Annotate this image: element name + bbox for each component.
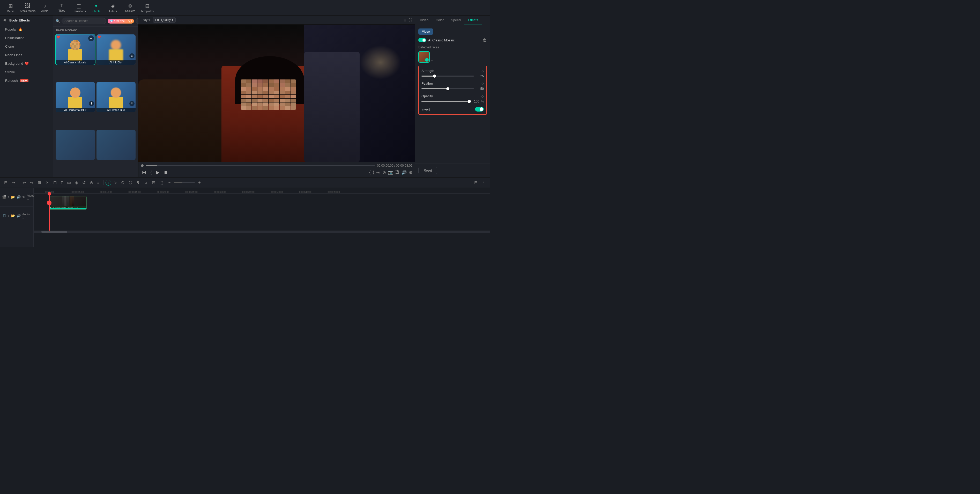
camera-icon[interactable]: 📷 [388, 170, 393, 175]
audio-vol-icon[interactable]: 🔊 [17, 214, 21, 218]
quality-select[interactable]: Full Quality ▾ [153, 17, 176, 23]
toolbar-titles[interactable]: T Titles [54, 1, 70, 14]
composite-button[interactable]: ◈ [73, 179, 80, 186]
feather-track[interactable] [422, 88, 474, 89]
sidebar-item-neon-lines[interactable]: Neon Lines [0, 51, 53, 59]
toolbar-templates[interactable]: ⊟ Templates [139, 1, 155, 14]
effect-card-ai-classic-mosaic[interactable]: ❤️ + [56, 34, 95, 65]
download-horizontal-blur-icon[interactable]: ⬇ [89, 101, 94, 106]
download-ink-blur-icon[interactable]: ⬇ [129, 53, 135, 59]
snapshot-icon[interactable]: 🖼 [395, 170, 399, 175]
effect-card-ai-ink-blur[interactable]: ❤️ ⬇ AI Ink Blur [97, 34, 136, 65]
face-expand-icon[interactable]: ▾ [431, 59, 433, 62]
invert-toggle[interactable] [475, 107, 484, 112]
playback-clip-button[interactable]: ⊙ [119, 179, 126, 186]
sidebar-item-retouch[interactable]: Retouch NEW! [0, 76, 53, 85]
mark-in-icon[interactable]: { [369, 170, 371, 175]
playhead[interactable] [49, 194, 50, 212]
effect-delete-button[interactable]: 🗑 [483, 38, 487, 43]
ripple-icon[interactable]: ⇥ [376, 170, 380, 175]
playback-loop-button[interactable]: ○ [105, 180, 111, 186]
zoom-slider[interactable] [174, 182, 195, 183]
shield-button[interactable]: ⬡ [127, 179, 134, 186]
face-thumbnail-1[interactable]: ✓ [418, 51, 430, 63]
more-tools-button[interactable]: » [96, 180, 101, 186]
timeline-tracks[interactable]: 00:00:00 00:00:05:00 00:00:10:00 00:00:1… [33, 188, 490, 247]
progress-track[interactable] [146, 165, 375, 166]
frame-back-button[interactable]: ⟨ [149, 169, 153, 175]
plus-zoom-button[interactable]: ＋ [196, 179, 203, 186]
sidebar-item-popular[interactable]: Popular 🔥 [0, 25, 53, 33]
grid-options-button[interactable]: ⊞ [473, 179, 479, 186]
cut-button[interactable]: ✂ [44, 179, 51, 186]
grid-view-icon[interactable]: ⊞ [404, 18, 406, 22]
search-input[interactable] [62, 18, 106, 24]
feather-keyframe-icon[interactable]: ◇ [482, 82, 484, 85]
video-mode-button[interactable]: Video [418, 29, 433, 35]
play-button[interactable]: ▶ [155, 169, 161, 176]
strength-keyframe-icon[interactable]: ◇ [482, 69, 484, 73]
video-clip-1[interactable]: ▶ 3048162-uhd_3840_216... [49, 196, 87, 210]
add-audio-icon[interactable]: 📂 [11, 195, 15, 199]
connect-tool-button[interactable]: ↪ [10, 179, 17, 186]
sidebar-item-background[interactable]: Background ❤️ [0, 59, 53, 68]
caption-button[interactable]: ⊟ [150, 179, 157, 186]
effect-card-ai-horizontal-blur[interactable]: ⬇ AI Horizontal Blur [56, 82, 95, 112]
effect-card-ai-sketch-blur[interactable]: ⬇ AI Sketch Blur [97, 82, 136, 112]
text-button[interactable]: T [59, 180, 64, 185]
toolbar-stickers[interactable]: ☺ Stickers [122, 1, 138, 14]
feather-thumb[interactable] [446, 87, 449, 90]
scrollbar-thumb[interactable] [41, 231, 67, 233]
effect-toggle[interactable] [418, 38, 426, 42]
tab-video[interactable]: Video [416, 16, 432, 25]
add-effect-icon[interactable]: + [88, 35, 94, 41]
collapse-button[interactable]: ◀ [3, 18, 7, 22]
toolbar-media[interactable]: ⊞ Media [3, 1, 19, 14]
minus-zoom-button[interactable]: － [166, 179, 173, 186]
reset-button[interactable]: Reset [418, 167, 437, 174]
mic-button[interactable]: 🎙 [135, 180, 142, 186]
redo-button[interactable]: ↪ [29, 179, 35, 186]
crop-button[interactable]: ⊡ [52, 179, 58, 186]
playback-mode-button[interactable]: ▷ [112, 179, 118, 186]
filter-button[interactable]: ⬚ [158, 179, 165, 186]
promo-badge[interactable]: 💎 : for free! Try I [108, 19, 134, 24]
download-sketch-blur-icon[interactable]: ⬇ [129, 101, 135, 106]
effect-card-partial-1[interactable] [56, 130, 95, 160]
mark-out-icon[interactable]: } [373, 170, 374, 175]
tab-effects[interactable]: Effects [465, 16, 482, 25]
undo-button[interactable]: ↩ [21, 179, 27, 186]
toolbar-stock-media[interactable]: 🖼 Stock Media [20, 1, 36, 14]
sidebar-item-stroke[interactable]: Stroke [0, 68, 53, 76]
strength-track[interactable] [422, 76, 474, 76]
toolbar-effects[interactable]: ✦ Effects [88, 1, 104, 14]
opacity-track[interactable] [422, 101, 469, 102]
scrollbar-horizontal[interactable] [33, 231, 490, 233]
sidebar-item-hallucination[interactable]: Hallucination [0, 33, 53, 42]
opacity-thumb[interactable] [468, 100, 471, 103]
split-icon[interactable]: ⊘ [383, 170, 386, 175]
skip-back-button[interactable]: ⏮ [141, 169, 147, 175]
audio-add-icon[interactable]: 📂 [11, 214, 15, 218]
volume-icon[interactable]: 🔊 [401, 170, 407, 175]
delete-button[interactable]: 🗑 [36, 180, 43, 186]
toolbar-transitions[interactable]: ⬚ Transitions [71, 1, 87, 14]
fullscreen-icon[interactable]: ⛶ [409, 18, 412, 22]
settings-icon[interactable]: ⚙ [409, 170, 412, 175]
audio-icon[interactable]: 🔊 [17, 195, 21, 199]
tab-color[interactable]: Color [432, 16, 447, 25]
toolbar-audio[interactable]: ♪ Audio [37, 1, 53, 14]
tab-speed[interactable]: Speed [447, 16, 465, 25]
overflow-menu-button[interactable]: ⋮ [480, 179, 487, 186]
toolbar-filters[interactable]: ◈ Filters [105, 1, 121, 14]
rotate-button[interactable]: ↺ [81, 179, 87, 186]
effect-card-partial-2[interactable] [97, 130, 136, 160]
add-track-button[interactable]: ⊞ [3, 179, 9, 186]
stop-button[interactable]: ⏹ [163, 169, 169, 175]
sidebar-item-clone[interactable]: Clone [0, 42, 53, 51]
split-button[interactable]: ⊗ [88, 179, 95, 186]
eye-icon[interactable]: 👁 [22, 195, 25, 199]
music-button[interactable]: ♬ [143, 180, 149, 186]
strength-thumb[interactable] [433, 75, 436, 78]
rect-button[interactable]: ▭ [65, 179, 72, 186]
